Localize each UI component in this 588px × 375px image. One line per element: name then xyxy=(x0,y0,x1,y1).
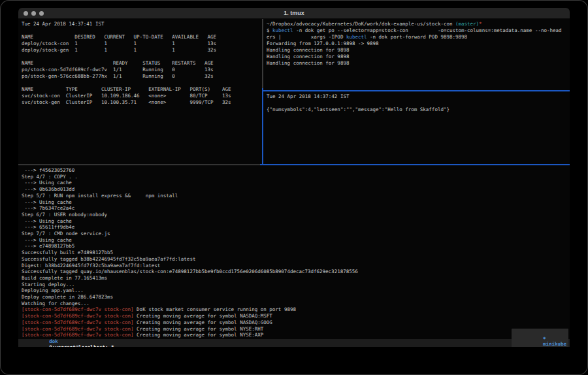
terminal-line: ---> f45623052760 xyxy=(22,167,570,174)
terminal-line: Forwarding from 127.0.0.1:9898 -> 9898 xyxy=(267,41,570,47)
terminal-line: {"numsymbols":4,"lastseen":"","message":… xyxy=(267,106,570,113)
terminal-line: ~/Dropbox/advocacy/Kubernetes/DoK/work/d… xyxy=(267,21,570,27)
terminal-line: Step 6/7 : USER nobody:nobody xyxy=(22,212,570,218)
terminal-line: [stock-con-5d7df689cf-dwc7v stock-con] C… xyxy=(22,313,570,319)
kubernetes-helm-icon: ⎈ xyxy=(543,335,549,341)
terminal-line: NAME TYPE CLUSTER-IP EXTERNAL-IP PORT(S)… xyxy=(22,86,262,93)
terminal-line: Handling connection for 9898 xyxy=(267,60,570,67)
terminal-line: ---> 0b636bd013dd xyxy=(22,186,570,193)
terminal-line: po/stock-con-5d7df689cf-dwc7v 1/1 Runnin… xyxy=(22,67,262,73)
terminal-line: Deploying app.yaml... xyxy=(22,287,570,294)
terminal-line: Build complete in 77.165413ms xyxy=(22,275,570,282)
terminal-line: ---> e74898127bb5 xyxy=(22,243,570,250)
terminal-line: Step 7/7 : CMD node service.js xyxy=(22,231,570,237)
terminal-line xyxy=(22,54,262,60)
terminal-line xyxy=(22,80,262,86)
terminal-line: deploy/stock-con 1 1 1 1 13s xyxy=(22,41,262,47)
pane-kubectl-watch[interactable]: Tue 24 Apr 2018 14:37:41 ISTNAME DESIRED… xyxy=(18,19,262,164)
top-pane-region: Tue 24 Apr 2018 14:37:41 ISTNAME DESIRED… xyxy=(18,19,570,164)
terminal-line: Watching for changes... xyxy=(22,301,570,307)
terminal-line: ---> 7b6347ce2a4c xyxy=(22,205,570,212)
terminal-line: ---> 65611ff9db4e xyxy=(22,224,570,231)
terminal-line: po/stock-gen-576cc688bb-277hx 1/1 Runnin… xyxy=(22,73,262,80)
terminal-window: 1. tmux Tue 24 Apr 2018 14:37:41 ISTNAME… xyxy=(18,8,570,347)
terminal-line: [stock-con-5d7df689cf-dwc7v stock-con] C… xyxy=(22,319,570,326)
terminal-line: ---> Using cache xyxy=(22,180,570,186)
status-bar-right: ⎈ minikube :default xyxy=(512,329,568,347)
terminal-line: ---> Using cache xyxy=(22,218,570,225)
terminal-line: Successfully tagged b38b42246945fd7f32c5… xyxy=(22,256,570,263)
terminal-line: Successfully tagged quay.io/mhausenblas/… xyxy=(22,269,570,275)
status-bar-left: dok 0:vagrant@localhost:~* xyxy=(20,333,114,348)
terminal-line: Successfully built e74898127bb5 xyxy=(22,250,570,256)
window-title: 1. tmux xyxy=(18,8,570,18)
terminal-line: ---> Using cache xyxy=(22,199,570,206)
terminal-line: ers | xargs -IPOD kubectl -n dok port-fo… xyxy=(267,34,570,41)
screenshot-frame: 1. tmux Tue 24 Apr 2018 14:37:41 ISTNAME… xyxy=(0,0,588,375)
terminal-line: deploy/stock-gen 1 1 1 1 32s xyxy=(22,47,262,54)
session-name: dok xyxy=(49,338,61,344)
terminal-line: Handling connection for 9898 xyxy=(267,47,570,54)
terminal-line xyxy=(267,100,570,106)
terminal-line: Handling connection for 9898 xyxy=(267,54,570,60)
terminal-line: ---> Using cache xyxy=(22,237,570,244)
terminal-line: svc/stock-gen ClusterIP 10.100.35.71 <no… xyxy=(22,99,262,106)
tmux-terminal: Tue 24 Apr 2018 14:37:41 ISTNAME DESIRED… xyxy=(18,19,570,347)
terminal-line: NAME DESIRED CURRENT UP-TO-DATE AVAILABL… xyxy=(22,34,262,41)
pane-curl-output[interactable]: Tue 24 Apr 2018 14:37:42 IST{"numsymbols… xyxy=(263,91,570,164)
window-titlebar: 1. tmux xyxy=(18,8,570,19)
terminal-line: NAME READY STATUS RESTARTS AGE xyxy=(22,60,262,67)
terminal-line: Digest: b38b42246945fd7f32c5ba9aea7af7fd… xyxy=(22,263,570,269)
kube-context-label: minikube xyxy=(543,341,566,347)
pane-skaffold-log[interactable]: ---> f45623052760Step 4/7 : COPY . . ---… xyxy=(18,165,570,339)
terminal-line: [stock-con-5d7df689cf-dwc7v stock-con] C… xyxy=(22,326,570,333)
terminal-line: Starting deploy... xyxy=(22,282,570,288)
terminal-line xyxy=(22,27,262,34)
terminal-line: svc/stock-con ClusterIP 10.109.186.46 <n… xyxy=(22,93,262,99)
window-tab[interactable]: 0:vagrant@localhost:~* xyxy=(49,344,114,348)
terminal-line: Tue 24 Apr 2018 14:37:42 IST xyxy=(267,93,570,100)
right-pane-column: ~/Dropbox/advocacy/Kubernetes/DoK/work/d… xyxy=(263,19,570,164)
tmux-status-bar: dok 0:vagrant@localhost:~* ⎈ minikube :d… xyxy=(18,339,570,347)
pane-port-forward[interactable]: ~/Dropbox/advocacy/Kubernetes/DoK/work/d… xyxy=(263,19,570,90)
terminal-line: [stock-con-5d7df689cf-dwc7v stock-con] D… xyxy=(22,306,570,313)
terminal-line: Step 4/7 : COPY . . xyxy=(22,174,570,180)
terminal-line: Deploy complete in 286.647823ms xyxy=(22,294,570,301)
terminal-line: Step 5/7 : RUN npm install express && np… xyxy=(22,193,570,199)
terminal-line: Tue 24 Apr 2018 14:37:41 IST xyxy=(22,21,262,27)
terminal-line: $ kubectl -n dok get po --selector=app=s… xyxy=(267,27,570,34)
